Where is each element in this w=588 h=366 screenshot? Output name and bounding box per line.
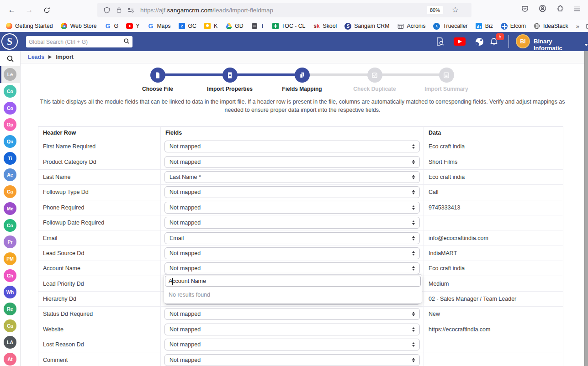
webstore-icon [61, 23, 68, 30]
sample-data-value: 9745333413 [424, 200, 563, 215]
website-globe-icon[interactable] [473, 36, 485, 47]
global-search-input[interactable] [29, 39, 123, 45]
lock-icon[interactable] [113, 6, 125, 14]
youtube-icon[interactable] [454, 36, 466, 47]
bookmark-item[interactable]: GG [105, 23, 119, 30]
bookmark-item[interactable]: K [204, 23, 217, 30]
shield-icon[interactable] [101, 6, 113, 14]
sidebar-item-pr[interactable]: Pr [0, 234, 20, 251]
back-icon[interactable]: ← [6, 5, 17, 16]
field-mapping-select[interactable]: Not mapped [164, 354, 420, 366]
bookmark-item[interactable]: Getting Started [5, 23, 53, 30]
sample-data-value: 02 - Sales Manager / Team Leader [424, 292, 563, 306]
bookmark-item[interactable]: GMaps [147, 23, 170, 30]
bookmark-item[interactable]: SSangam CRM [344, 23, 389, 30]
field-mapping-select[interactable]: Not mapped [164, 247, 420, 259]
extensions-icon[interactable] [556, 5, 564, 14]
main-panel: Leads Import Choose FileImport Propertie… [21, 51, 584, 366]
reload-icon[interactable] [41, 5, 52, 16]
page-preview-icon[interactable] [434, 36, 446, 47]
user-avatar[interactable]: BI [516, 34, 530, 48]
sidebar-item-co[interactable]: Co [0, 99, 20, 116]
field-mapping-select[interactable]: Email [164, 232, 420, 244]
bookmark-item[interactable]: Elcom [501, 23, 526, 30]
sidebar-item-co[interactable]: Co [0, 83, 20, 100]
other-bookmarks-button[interactable]: Other Bookmarks [586, 23, 588, 30]
folder-icon [586, 23, 588, 30]
column-header-row: Header Row [38, 127, 160, 139]
table-row: Followup Type DdNot mappedCall [38, 184, 563, 199]
user-menu[interactable]: Binary Informatic [534, 38, 588, 52]
global-search[interactable] [26, 36, 132, 47]
field-mapping-select[interactable]: Not mapped [164, 141, 420, 152]
step-import-summary: Import Summary [412, 63, 481, 92]
breadcrumb-leads-link[interactable]: Leads [28, 54, 44, 60]
sidebar-item-ch[interactable]: Ch [0, 267, 20, 284]
selected-field-value: Not mapped [170, 189, 201, 195]
step-fields-mapping[interactable]: Fields Mapping [268, 63, 336, 92]
sidebar-item-re[interactable]: Re [0, 301, 20, 318]
field-mapping-select[interactable]: Not mapped [164, 308, 420, 320]
sidebar-item-co[interactable]: Co [0, 217, 20, 234]
field-mapping-select[interactable]: Not mapped [164, 217, 420, 229]
sidebar-search-icon[interactable] [0, 51, 20, 66]
sidebar-item-me[interactable]: Me [0, 200, 20, 217]
table-row: WebsiteNot mappedhttps://ecocraftindia.c… [38, 322, 563, 337]
sidebar-item-ti[interactable]: Ti [0, 150, 20, 167]
bookmarks-bar: Getting StartedWeb StoreGGYGMaps2GCKGDTT… [0, 20, 588, 32]
field-mapping-select[interactable]: Not mapped [164, 186, 420, 198]
bookmark-item[interactable]: 2GC [178, 23, 196, 30]
bookmark-item[interactable]: Web Store [61, 23, 97, 30]
pocket-icon[interactable] [521, 5, 529, 14]
menu-icon[interactable] [574, 5, 581, 14]
sidebar-item-op[interactable]: Op [0, 116, 20, 133]
field-mapping-select[interactable]: Last Name * [164, 171, 420, 183]
forward-icon[interactable]: → [24, 5, 35, 16]
sidebar-item-at[interactable]: At [0, 351, 20, 366]
bookmark-item[interactable]: IdeaStack [534, 23, 568, 30]
sidebar-item-wh[interactable]: Wh [0, 284, 20, 301]
url-bar[interactable]: https://ajf.sangamcrm.com/leads/import-f… [97, 3, 471, 17]
table-row: Followup Date RequiredNot mapped [38, 215, 563, 230]
step-import-properties[interactable]: Import Properties [196, 63, 264, 92]
field-mapping-select[interactable]: Not mapped [164, 262, 420, 274]
bookmark-item[interactable]: GD [225, 23, 243, 30]
google-icon: G [147, 23, 154, 30]
sidebar-item-ca[interactable]: Ca [0, 317, 20, 334]
search-icon[interactable] [123, 38, 130, 46]
zoom-level-badge[interactable]: 80% [427, 6, 443, 14]
column-fields: Fields [160, 127, 424, 139]
sample-data-value: Call [424, 185, 563, 199]
sidebar-item-pm[interactable]: PM [0, 251, 20, 267]
bookmark-item[interactable]: TOC - CL [272, 23, 305, 30]
text-caret [172, 278, 173, 285]
field-mapping-select[interactable]: Not mapped [164, 339, 420, 350]
select-updown-icon [412, 266, 415, 271]
bookmark-item[interactable]: T [251, 23, 265, 30]
bookmark-label: Getting Started [15, 23, 53, 29]
sangam-logo-icon[interactable]: S [0, 32, 19, 51]
sidebar-item-ac[interactable]: Ac [0, 167, 20, 183]
bookmark-item[interactable]: Acronis [397, 23, 425, 30]
sidebar-item-ca[interactable]: Ca [0, 183, 20, 200]
permissions-icon[interactable] [125, 6, 137, 14]
bookmark-item[interactable]: skSkool [313, 23, 337, 30]
sidebar-item-la[interactable]: LA [0, 334, 20, 351]
account-icon[interactable] [539, 5, 546, 14]
selected-field-value: Not mapped [170, 265, 201, 272]
field-mapping-select[interactable]: Not mapped [164, 324, 420, 335]
module-avatar: Qu [4, 135, 16, 148]
bookmarks-overflow-icon[interactable]: » [576, 23, 579, 30]
bookmark-item[interactable]: Biz [476, 23, 493, 30]
sidebar-item-qu[interactable]: Qu [0, 133, 20, 150]
bookmark-item[interactable]: Truecaller [433, 23, 467, 30]
dropdown-search-input[interactable]: Account Name [165, 276, 421, 287]
field-mapping-select[interactable]: Not mapped [164, 156, 420, 168]
step-choose-file[interactable]: Choose File [123, 63, 192, 92]
bookmark-item[interactable]: Y [126, 23, 139, 30]
bookmark-star-icon[interactable]: ☆ [452, 5, 459, 15]
module-sidebar: LeCoCoOpQuTiAcCaMeCoPrPMChWhReCaLAAt [0, 51, 21, 366]
sidebar-item-le[interactable]: Le [0, 66, 20, 83]
page-scrollbar[interactable] [584, 51, 588, 366]
field-mapping-select[interactable]: Not mapped [164, 202, 420, 214]
